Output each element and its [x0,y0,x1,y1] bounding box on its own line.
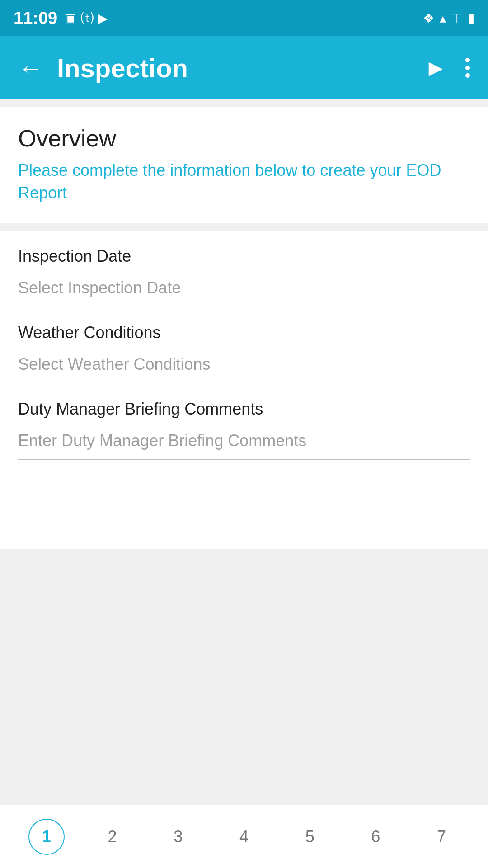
back-arrow-icon: ← [18,54,43,82]
battery-icon: ▮ [468,11,474,26]
parking-icon: ⒯ [81,9,94,27]
overview-card: Overview Please complete the information… [0,107,488,223]
duty-manager-comments-input[interactable] [18,424,470,460]
status-time: 11:09 [14,9,57,28]
inspection-date-field: Inspection Date [18,231,470,307]
more-dot-3 [465,73,470,78]
page-5-label: 5 [305,827,314,846]
page-title: Inspection [57,53,188,83]
play-store-icon: ▶ [98,11,108,26]
inspection-date-input[interactable] [18,271,470,307]
page-3-label: 3 [174,827,183,846]
status-icons: ▣ ⒯ ▶ [65,9,108,27]
app-bar-left: ← Inspection [14,49,188,87]
app-bar-actions: ► [424,53,474,82]
page-7-button[interactable]: 7 [423,819,460,855]
weather-conditions-input[interactable] [18,348,470,383]
weather-conditions-field: Weather Conditions [18,307,470,383]
status-bar-left: 11:09 ▣ ⒯ ▶ [14,9,108,28]
page-2-button[interactable]: 2 [94,819,131,855]
form-card: Inspection Date Weather Conditions Duty … [0,231,488,549]
overview-subtitle: Please complete the information below to… [18,159,470,205]
weather-conditions-label: Weather Conditions [18,323,470,342]
pagination-bar: 1 2 3 4 5 6 7 [0,805,488,868]
notification-icon: ▣ [65,11,76,26]
duty-manager-comments-field: Duty Manager Briefing Comments [18,383,470,460]
page-5-button[interactable]: 5 [292,819,328,855]
page-1-label: 1 [42,827,51,846]
more-dot-2 [465,66,470,70]
more-dot-1 [465,58,470,62]
content-area: Overview Please complete the information… [0,99,488,868]
page-2-label: 2 [108,827,117,846]
duty-manager-comments-label: Duty Manager Briefing Comments [18,400,470,419]
page-1-button[interactable]: 1 [28,819,65,855]
overview-title: Overview [18,125,470,152]
more-options-button[interactable] [461,53,474,82]
send-icon: ► [424,54,447,81]
page-3-button[interactable]: 3 [160,819,196,855]
wifi-icon: ▴ [440,11,446,26]
send-button[interactable]: ► [424,54,447,81]
page-6-button[interactable]: 6 [357,819,394,855]
signal-icon: ⊤ [451,11,462,26]
status-bar: 11:09 ▣ ⒯ ▶ ❖ ▴ ⊤ ▮ [0,0,488,36]
page-7-label: 7 [437,827,446,846]
app-bar: ← Inspection ► [0,36,488,99]
inspection-date-label: Inspection Date [18,247,470,266]
status-bar-right: ❖ ▴ ⊤ ▮ [423,11,474,26]
vibrate-icon: ❖ [423,11,434,26]
back-button[interactable]: ← [14,49,48,87]
page-4-button[interactable]: 4 [226,819,262,855]
page-4-label: 4 [239,827,249,846]
page-6-label: 6 [371,827,380,846]
